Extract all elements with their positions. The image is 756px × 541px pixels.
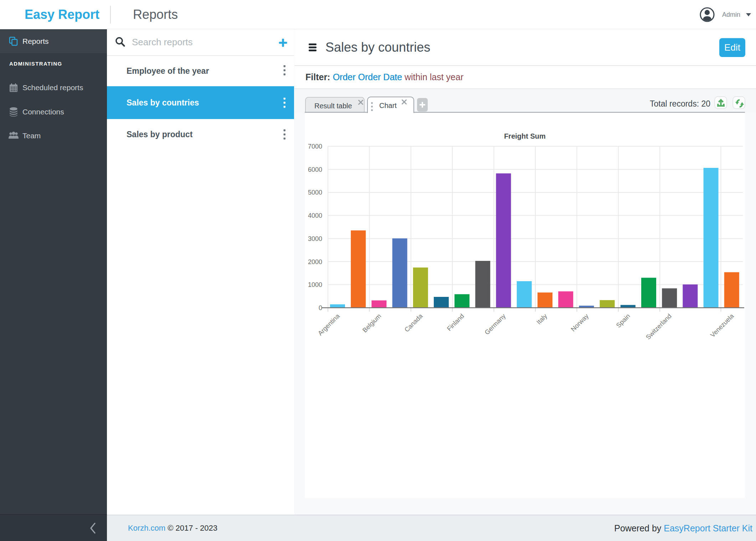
svg-text:4000: 4000 — [308, 212, 322, 219]
svg-text:Germany: Germany — [483, 313, 507, 336]
svg-text:Freight Sum: Freight Sum — [504, 132, 546, 140]
svg-text:0: 0 — [319, 304, 322, 311]
svg-text:Belgium: Belgium — [361, 313, 382, 334]
svg-text:Canada: Canada — [403, 312, 424, 333]
svg-text:Norway: Norway — [570, 313, 590, 333]
svg-text:3000: 3000 — [308, 235, 322, 242]
svg-text:Venezuela: Venezuela — [709, 312, 735, 339]
svg-text:6000: 6000 — [308, 166, 322, 173]
svg-text:Argentina: Argentina — [317, 312, 341, 337]
svg-text:1000: 1000 — [308, 281, 322, 288]
svg-text:Italy: Italy — [535, 313, 548, 326]
svg-text:5000: 5000 — [308, 189, 322, 196]
svg-text:7000: 7000 — [308, 143, 322, 150]
svg-text:2000: 2000 — [308, 258, 322, 266]
svg-text:Switzerland: Switzerland — [644, 313, 673, 341]
svg-text:Finland: Finland — [446, 313, 466, 333]
svg-text:Spain: Spain — [615, 313, 632, 329]
